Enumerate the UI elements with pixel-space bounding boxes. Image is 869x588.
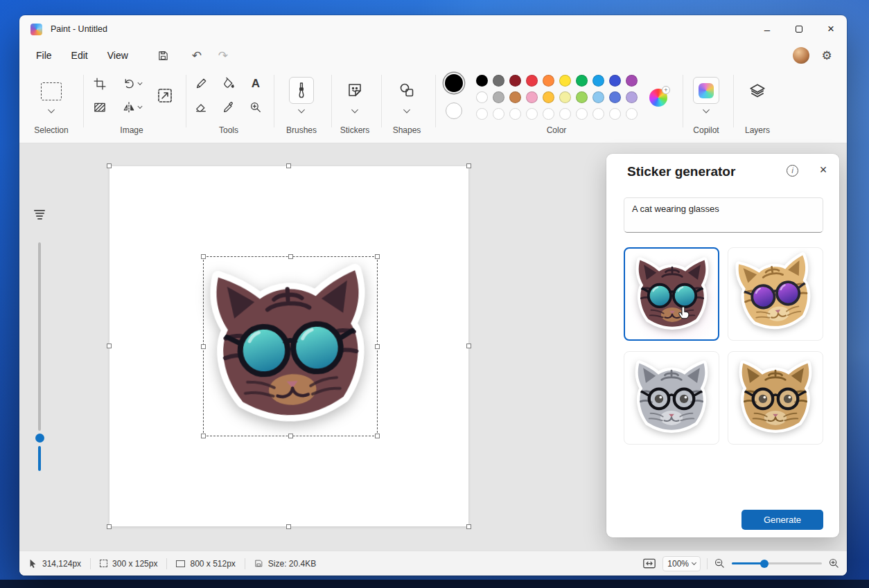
canvas-resize-handle[interactable] — [107, 524, 112, 529]
selection-handle[interactable] — [375, 344, 380, 349]
selection-handle[interactable] — [201, 434, 206, 438]
canvas-resize-handle[interactable] — [466, 163, 471, 168]
selection-tool-button[interactable] — [41, 82, 62, 100]
flip-dropdown[interactable] — [139, 107, 142, 108]
selection-handle[interactable] — [375, 434, 380, 438]
selection-handle[interactable] — [201, 254, 206, 259]
zoom-out-icon[interactable] — [714, 558, 726, 569]
secondary-color-swatch[interactable] — [446, 103, 462, 119]
menu-view[interactable]: View — [98, 46, 138, 65]
empty-color-slot[interactable] — [592, 108, 604, 120]
edit-colors-button[interactable]: + — [649, 89, 667, 107]
stickers-dropdown[interactable] — [353, 109, 358, 112]
empty-color-slot[interactable] — [543, 108, 554, 120]
canvas-resize-handle[interactable] — [286, 163, 291, 168]
pencil-tool-button[interactable] — [195, 78, 208, 91]
canvas-selection[interactable] — [203, 256, 378, 436]
color-swatch[interactable] — [476, 91, 488, 103]
fill-tool-button[interactable] — [222, 78, 236, 91]
canvas-cat-sticker[interactable] — [202, 256, 379, 437]
rotate-dropdown[interactable] — [139, 83, 142, 84]
color-swatch[interactable] — [592, 75, 604, 87]
copilot-dropdown[interactable] — [704, 109, 709, 112]
layers-button[interactable] — [748, 82, 766, 100]
undo-button[interactable]: ↶ — [186, 46, 207, 65]
color-swatch[interactable] — [592, 91, 604, 103]
zoom-slider-thumb[interactable] — [760, 560, 769, 568]
empty-color-slot[interactable] — [476, 108, 488, 120]
panel-close-button[interactable]: × — [814, 161, 832, 179]
color-swatch[interactable] — [509, 91, 521, 103]
selection-handle[interactable] — [288, 434, 293, 438]
color-swatch[interactable] — [609, 91, 621, 103]
account-avatar[interactable] — [793, 47, 809, 64]
crop-button[interactable] — [94, 78, 107, 91]
color-swatch[interactable] — [526, 91, 538, 103]
empty-color-slot[interactable] — [626, 108, 638, 120]
prompt-input[interactable]: A cat wearing glasses — [624, 197, 823, 233]
shapes-dropdown[interactable] — [405, 109, 410, 112]
color-swatch[interactable] — [493, 91, 504, 103]
color-swatch[interactable] — [543, 75, 554, 87]
shapes-button[interactable] — [398, 82, 415, 98]
slider-thumb[interactable] — [35, 434, 44, 443]
empty-color-slot[interactable] — [509, 108, 521, 120]
maximize-button[interactable] — [783, 15, 815, 43]
empty-color-slot[interactable] — [493, 108, 504, 120]
empty-color-slot[interactable] — [526, 108, 538, 120]
primary-color-swatch[interactable] — [445, 74, 463, 92]
brushes-dropdown[interactable] — [299, 109, 304, 112]
magnifier-tool-button[interactable] — [249, 101, 263, 114]
save-button[interactable] — [153, 46, 174, 65]
info-button[interactable]: i — [787, 165, 798, 177]
color-swatch[interactable] — [576, 91, 588, 103]
color-swatch[interactable] — [476, 75, 488, 87]
menu-file[interactable]: File — [26, 46, 62, 65]
settings-button[interactable]: ⚙ — [816, 46, 837, 65]
brushes-button[interactable] — [289, 77, 314, 104]
stickers-button[interactable] — [346, 82, 363, 98]
canvas-resize-handle[interactable] — [107, 163, 112, 168]
selection-handle[interactable] — [288, 254, 293, 259]
rotate-button[interactable] — [123, 78, 136, 91]
color-swatch[interactable] — [559, 91, 571, 103]
selection-dropdown[interactable] — [49, 109, 54, 112]
fit-to-screen-icon[interactable] — [642, 558, 656, 570]
zoom-in-icon[interactable] — [828, 558, 840, 569]
resize-button[interactable] — [157, 87, 173, 104]
color-swatch[interactable] — [493, 75, 504, 87]
flip-button[interactable] — [123, 101, 136, 114]
empty-color-slot[interactable] — [559, 108, 571, 120]
canvas-resize-handle[interactable] — [286, 524, 291, 529]
zoom-slider[interactable] — [732, 562, 822, 564]
selection-handle[interactable] — [375, 254, 380, 259]
redo-button[interactable]: ↷ — [213, 46, 234, 65]
sticker-result-3[interactable] — [624, 351, 719, 445]
empty-color-slot[interactable] — [609, 108, 621, 120]
sticker-result-1[interactable] — [624, 247, 719, 341]
taskbar[interactable] — [0, 580, 869, 588]
selection-handle[interactable] — [201, 344, 206, 349]
color-swatch[interactable] — [526, 75, 538, 87]
color-swatch[interactable] — [576, 75, 588, 87]
minimize-button[interactable]: – — [751, 15, 783, 43]
canvas-resize-handle[interactable] — [107, 344, 112, 348]
canvas-resize-handle[interactable] — [466, 344, 471, 348]
color-swatch[interactable] — [609, 75, 621, 87]
color-swatch[interactable] — [626, 91, 638, 103]
eraser-tool-button[interactable] — [195, 101, 208, 114]
menu-edit[interactable]: Edit — [62, 46, 98, 65]
sticker-result-2[interactable] — [728, 247, 823, 341]
copilot-button[interactable] — [693, 77, 719, 104]
color-swatch[interactable] — [626, 75, 638, 87]
select-pattern-button[interactable] — [94, 101, 107, 114]
sticker-result-4[interactable] — [728, 351, 823, 445]
close-button[interactable]: × — [815, 15, 847, 43]
canvas-resize-handle[interactable] — [466, 524, 471, 529]
text-tool-button[interactable]: A — [252, 77, 260, 91]
color-swatch[interactable] — [543, 91, 554, 103]
empty-color-slot[interactable] — [576, 108, 588, 120]
zoom-level-dropdown[interactable]: 100% — [662, 556, 701, 571]
color-picker-tool-button[interactable] — [222, 101, 236, 114]
color-swatch[interactable] — [559, 75, 571, 87]
